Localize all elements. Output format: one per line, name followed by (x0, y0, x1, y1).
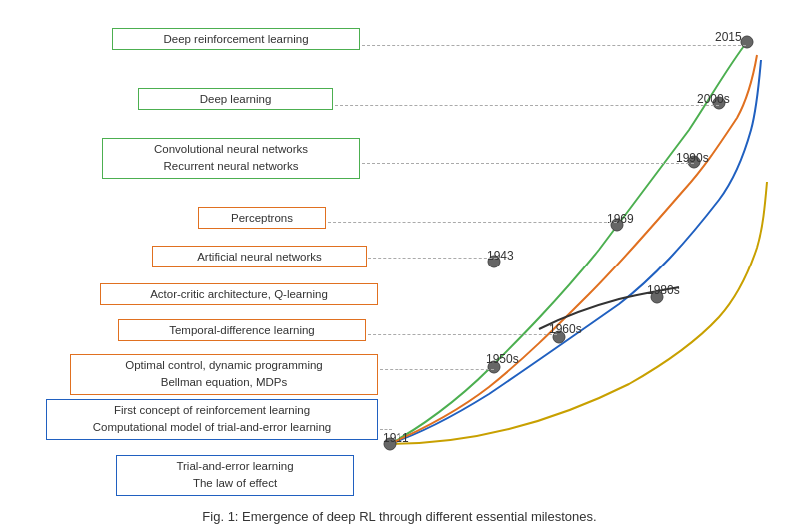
label-deep-learning: Deep learning (138, 88, 333, 110)
main-container: Deep reinforcement learning Deep learnin… (0, 0, 799, 532)
year-1980s: 1980s (647, 283, 680, 297)
label-optimal-control: Optimal control, dynamic programmingBell… (70, 354, 378, 395)
figure-caption: Fig. 1: Emergence of deep RL through dif… (0, 509, 799, 524)
year-1969: 1969 (607, 212, 634, 226)
year-1950s: 1950s (486, 352, 519, 366)
label-actor-critic: Actor-critic architecture, Q-learning (100, 283, 378, 305)
year-2000s: 2000s (697, 92, 730, 106)
label-deep-rl: Deep reinforcement learning (112, 28, 360, 50)
label-ann: Artificial neural networks (152, 246, 367, 267)
year-2015: 2015 (715, 30, 742, 44)
year-1943: 1943 (487, 249, 514, 263)
year-1911: 1911 (383, 431, 409, 445)
label-cnn-rnn: Convolutional neural networksRecurrent n… (102, 138, 360, 179)
label-perceptrons: Perceptrons (198, 207, 326, 229)
svg-point-0 (741, 36, 753, 48)
label-trial-error: Trial-and-error learningThe law of effec… (116, 455, 354, 496)
label-td-learning: Temporal-difference learning (118, 319, 366, 341)
label-first-concept: First concept of reinforcement learningC… (46, 399, 378, 440)
